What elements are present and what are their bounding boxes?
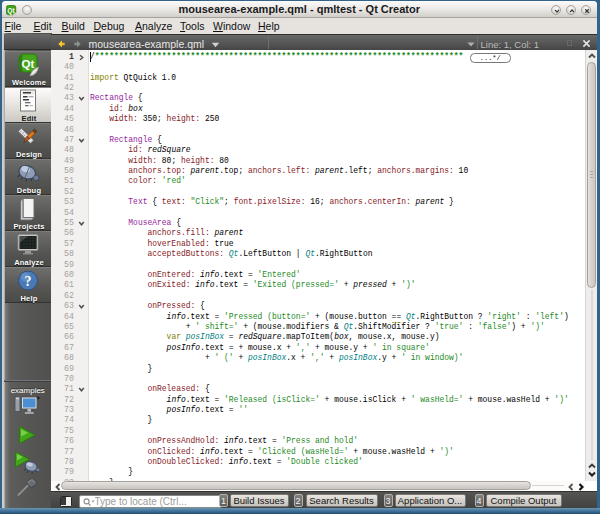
svg-text:Qt: Qt	[22, 58, 35, 70]
svg-text:?: ?	[25, 274, 32, 289]
